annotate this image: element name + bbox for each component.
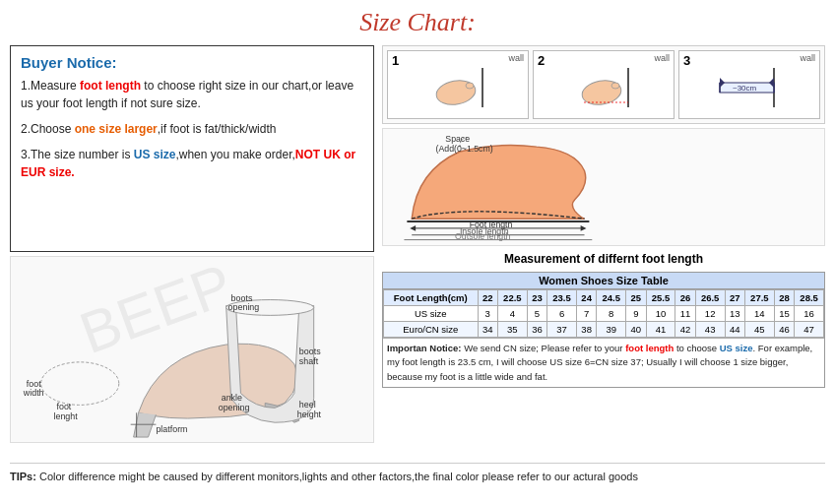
svg-marker-36 [410,224,416,230]
svg-text:height: height [297,410,322,419]
cell: 35 [497,322,527,338]
buyer-notice-title: Buyer Notice: [21,54,363,71]
svg-point-19 [466,83,474,89]
col-24: 24 [576,290,596,306]
step-2-num: 2 [538,53,545,68]
cell: 9 [626,306,646,322]
svg-text:foot: foot [27,379,41,389]
step-1-svg [428,58,487,112]
cell: 47 [795,322,824,338]
notice-item-3: 3.The size number is US size,when you ma… [21,146,363,181]
col-25: 25 [626,290,646,306]
important-notice-label: Importan Notice: [387,343,461,353]
size-table-title: Women Shoes Size Table [383,273,824,289]
notice-2-after: ,if foot is fat/thick/width [158,122,277,136]
svg-text:Outsole length: Outsole length [455,230,511,240]
col-26: 26 [675,290,695,306]
step-1-num: 1 [392,53,399,68]
tips-text: Color difference might be caused by diff… [39,471,638,482]
notice-3-highlight1: US size [134,148,176,161]
notice-3-num: 3.The size number is [21,148,134,161]
col-22: 22 [478,290,497,306]
cell: 10 [646,306,675,322]
foot-diagram: Space (Add(0~1.5cm) Foot length Insole l… [382,128,825,246]
svg-text:lenght: lenght [53,411,78,421]
step-box-3: 3 wall ~30cm [678,50,820,119]
svg-text:(Add(0~1.5cm): (Add(0~1.5cm) [436,143,493,153]
cell: 7 [576,306,596,322]
svg-text:opening: opening [228,302,260,312]
table-row-euro: Euro/CN size 34 35 36 37 38 39 40 41 42 … [384,322,824,338]
col-27.5: 27.5 [745,290,775,306]
svg-text:boots: boots [231,293,253,303]
svg-point-22 [611,83,619,89]
cell: 12 [695,306,725,322]
tips-label: TIPs: [10,471,36,482]
svg-text:ankle: ankle [222,393,242,403]
step-2-svg [574,58,633,112]
svg-text:opening: opening [219,403,250,412]
cell: 40 [626,322,646,338]
in-text-and: and [516,371,532,382]
cell: 11 [675,306,695,322]
cell: 16 [795,306,824,322]
svg-text:heel: heel [299,400,316,410]
cell: 37 [547,322,577,338]
svg-point-21 [580,77,623,107]
step-2-wall: wall [654,53,670,63]
col-26.5: 26.5 [695,290,725,306]
cell: 39 [597,322,626,338]
svg-text:Space: Space [445,134,470,144]
step-box-1: 1 wall [387,50,529,119]
table-header-row: Foot Length(cm) 22 22.5 23 23.5 24 24.5 … [384,290,824,306]
cell: 13 [725,306,744,322]
row-label-us: US size [384,306,479,322]
cell: 41 [646,322,675,338]
in-text-fat: fat. [532,371,547,382]
col-24.5: 24.5 [597,290,626,306]
svg-point-1 [41,362,119,406]
page-wrapper: Size Chart: Buyer Notice: 1.Measure foot… [0,0,835,504]
cell: 42 [675,322,695,338]
notice-item-1: 1.Measure foot length to choose right si… [21,77,363,112]
col-23: 23 [527,290,546,306]
cell: 8 [597,306,626,322]
main-content: Buyer Notice: 1.Measure foot length to c… [10,45,825,459]
svg-text:platform: platform [156,424,187,434]
svg-text:shaft: shaft [299,356,319,366]
step-3-wall: wall [800,53,815,63]
notice-1-highlight: foot length [80,79,141,93]
cell: 38 [576,322,596,338]
size-table: Foot Length(cm) 22 22.5 23 23.5 24 24.5 … [383,289,824,338]
col-27: 27 [725,290,744,306]
step-3-num: 3 [683,53,690,68]
step-3-svg: ~30cm [715,58,784,112]
notice-1-num: 1.Measure [21,79,80,93]
important-notice-text: We send CN size; Please refer to your [464,343,625,353]
us-size-highlight: US size [720,343,753,353]
notice-item-2: 2.Choose one size larger,if foot is fat/… [21,120,363,138]
col-28.5: 28.5 [795,290,824,306]
cell: 3 [478,306,497,322]
left-panel: Buyer Notice: 1.Measure foot length to c… [10,45,374,459]
step-1-wall: wall [508,53,524,63]
cell: 36 [527,322,546,338]
col-23.5: 23.5 [547,290,577,306]
step-box-2: 2 wall [533,50,674,119]
svg-text:~30cm: ~30cm [733,84,757,93]
svg-text:boots: boots [299,346,321,356]
foot-length-highlight: foot length [625,343,674,353]
measurement-label: Measurement of differnt foot length [382,252,825,266]
svg-text:foot: foot [56,402,71,411]
cell: 34 [478,322,497,338]
notice-3-mid: ,when you make order, [175,148,294,161]
row-label-euro: Euro/CN size [384,322,479,338]
svg-point-18 [434,77,478,107]
in-text-2: to choose [674,343,719,353]
cell: 15 [774,306,794,322]
important-notice: Importan Notice: We send CN size; Please… [383,338,824,387]
svg-marker-37 [581,224,587,230]
col-28: 28 [774,290,794,306]
notice-2-num: 2.Choose [21,122,75,136]
foot-measurement-svg: Space (Add(0~1.5cm) Foot length Insole l… [383,131,824,244]
